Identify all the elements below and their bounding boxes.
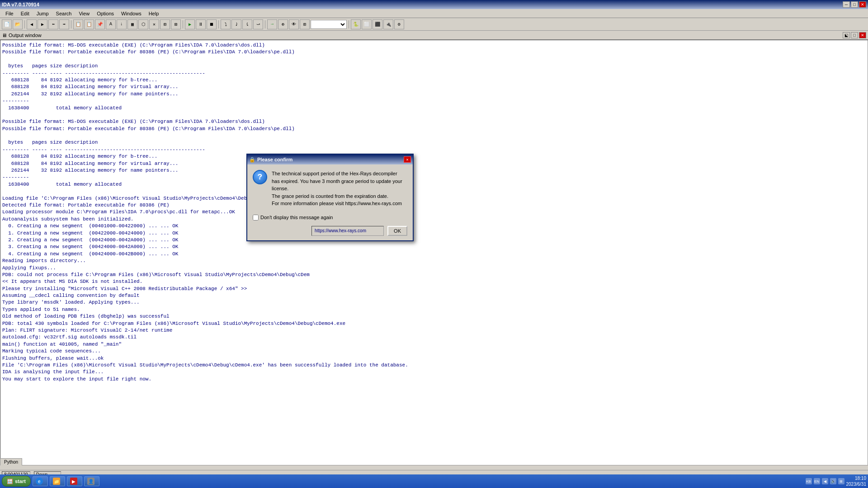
menu-options[interactable]: Options — [93, 10, 118, 17]
tb-dbg2-btn[interactable]: ⬛ — [373, 19, 382, 29]
tb-asmview-btn[interactable]: ⊕ — [278, 19, 288, 29]
confirm-dialog: 🔒 Please confirm ✕ ? The technical suppo… — [246, 154, 414, 241]
tb-font-btn[interactable]: A — [106, 19, 116, 29]
tb-nav2-btn[interactable]: ⬅ — [48, 19, 58, 29]
tb-nav3-btn[interactable]: ➡ — [59, 19, 69, 29]
tb-graph-btn[interactable]: ▦ — [127, 19, 137, 29]
tb-snake-btn[interactable]: 🐍 — [351, 19, 361, 29]
dialog-buttons: https://www.hex-rays.com OK — [247, 224, 413, 240]
tb-copy-btn[interactable]: 📋 — [73, 19, 83, 29]
tb-separator-6 — [349, 20, 349, 28]
dialog-message-line4: For more information please visit https:… — [272, 201, 402, 206]
menu-file[interactable]: File — [2, 10, 17, 17]
dont-show-again-checkbox[interactable] — [253, 215, 259, 221]
tray-keyboard-icon: KB — [806, 478, 812, 484]
tb-separator-2 — [71, 20, 71, 28]
tray-volume-icon: 🔊 — [830, 478, 836, 484]
minimize-button[interactable]: ─ — [843, 1, 850, 8]
close-button[interactable]: ✕ — [859, 1, 866, 8]
tb-mem-btn[interactable]: ⊞ — [300, 19, 310, 29]
tray-lang-icon: EN — [814, 478, 820, 484]
clock: 18:10 2023/6/31 — [846, 475, 867, 487]
tb-paste-btn[interactable]: 📌 — [95, 19, 105, 29]
clock-date: 2023/6/31 — [846, 481, 867, 487]
output-content[interactable]: Possible file format: MS-DOS executable … — [0, 40, 868, 465]
tb-stepover-btn[interactable]: ⤸ — [231, 19, 241, 29]
menu-windows[interactable]: Windows — [118, 10, 145, 17]
menu-help[interactable]: Help — [145, 10, 163, 17]
tb-separator-3 — [183, 20, 183, 28]
tb-open-btn[interactable]: 📂 — [13, 19, 23, 29]
user-icon: 👤 — [87, 478, 94, 485]
dialog-title-text: 🔒 Please confirm — [249, 157, 292, 163]
tray-network-icon: ⊞ — [838, 478, 844, 484]
taskbar-item-media[interactable]: ▶ — [67, 476, 82, 486]
output-panel: 🖥 Output window ⬕ □ ✕ Possible file form… — [0, 31, 868, 465]
tb-rununtil-btn[interactable]: ⤻ — [253, 19, 263, 29]
taskbar-item-user[interactable]: 👤 — [84, 476, 99, 486]
tb-arrow-btn[interactable]: → — [267, 19, 277, 29]
tb-cross-btn[interactable]: ✕ — [149, 19, 159, 29]
tb-xref-btn[interactable]: ⊞ — [160, 19, 170, 29]
tb-plugin2-btn[interactable]: ⚙ — [394, 19, 404, 29]
title-bar: IDA v7.0.170914 ─ □ ✕ — [0, 0, 868, 9]
menu-search[interactable]: Search — [52, 10, 75, 17]
ok-button[interactable]: OK — [387, 226, 407, 236]
tb-run-btn[interactable]: ▶ — [185, 19, 195, 29]
tb-back-btn[interactable]: ◀ — [27, 19, 37, 29]
hex-rays-link-button[interactable]: https://www.hex-rays.com — [311, 226, 384, 236]
dialog-close-button[interactable]: ✕ — [404, 156, 411, 163]
ie-icon: e — [36, 478, 43, 485]
taskbar-item-ie[interactable]: e — [33, 476, 48, 486]
tb-dbg1-btn[interactable]: ⬜ — [362, 19, 372, 29]
start-button[interactable]: 🪟 start — [2, 476, 31, 487]
output-maximize-btn[interactable]: □ — [851, 32, 858, 38]
dialog-info-icon: 🔒 — [249, 157, 255, 163]
python-tab[interactable]: Python — [0, 458, 22, 465]
output-title-left: 🖥 Output window — [2, 33, 42, 38]
tray-arrow-icon: ◀ — [822, 478, 828, 484]
tb-separator-5 — [265, 20, 265, 28]
dialog-message-line2: has expired. You have 3 month grace peri… — [272, 178, 402, 192]
tb-separator-4 — [218, 20, 219, 28]
tb-new-btn[interactable]: 📄 — [2, 19, 12, 29]
output-title-bar: 🖥 Output window ⬕ □ ✕ — [0, 31, 868, 40]
dialog-message: The technical support period of the Hex-… — [272, 170, 407, 207]
dialog-checkbox-row: Don't display this message again — [247, 213, 413, 224]
tb-plugin-btn[interactable]: 🔌 — [383, 19, 393, 29]
tb-down-btn[interactable]: ↓ — [117, 19, 127, 29]
tb-forward-btn[interactable]: ▶ — [38, 19, 47, 29]
tb-watch-btn[interactable]: 👁 — [289, 19, 299, 29]
taskbar-right: KB EN ◀ 🔊 ⊞ 18:10 2023/6/31 — [806, 475, 867, 487]
dont-show-again-label: Don't display this message again — [260, 215, 333, 220]
tb-copy2-btn[interactable]: 📋 — [84, 19, 94, 29]
tb-pause-btn[interactable]: ⏸ — [196, 19, 206, 29]
dialog-title-bar: 🔒 Please confirm ✕ — [247, 155, 413, 164]
menu-jump[interactable]: Jump — [33, 10, 52, 17]
toolbar: 📄 📂 ◀ ▶ ⬅ ➡ 📋 📋 📌 A ↓ ▦ ⬡ ✕ ⊞ ⊠ ▶ ⏸ ⏹ ⤵ … — [0, 18, 868, 31]
output-title-controls: ⬕ □ ✕ — [843, 32, 866, 38]
tb-step-btn[interactable]: ⤵ — [221, 19, 231, 29]
tb-separator-1 — [24, 20, 25, 28]
tb-stepout-btn[interactable]: ⤹ — [242, 19, 252, 29]
media-icon: ▶ — [70, 478, 77, 485]
output-float-btn[interactable]: ⬕ — [843, 32, 850, 38]
clock-time: 18:10 — [846, 475, 867, 481]
menu-view[interactable]: View — [75, 10, 93, 17]
start-icon: 🪟 — [7, 479, 13, 484]
tb-hex-btn[interactable]: ⬡ — [138, 19, 148, 29]
menu-edit[interactable]: Edit — [17, 10, 33, 17]
maximize-button[interactable]: □ — [851, 1, 858, 8]
tb-stop-btn[interactable]: ⏹ — [207, 19, 217, 29]
title-bar-text: IDA v7.0.170914 — [2, 2, 39, 7]
output-close-btn[interactable]: ✕ — [859, 32, 866, 38]
tb-xref2-btn[interactable]: ⊠ — [171, 19, 181, 29]
taskbar-item-folder[interactable]: 📁 — [50, 476, 65, 486]
dialog-message-line1: The technical support period of the Hex-… — [272, 171, 397, 176]
title-bar-buttons: ─ □ ✕ — [843, 1, 866, 8]
dialog-question-icon: ? — [253, 170, 267, 184]
dialog-body: ? The technical support period of the He… — [247, 164, 413, 213]
tb-segment-dropdown[interactable] — [311, 20, 347, 29]
menu-bar: File Edit Jump Search View Options Windo… — [0, 9, 868, 18]
dialog-title-label: Please confirm — [257, 157, 292, 162]
